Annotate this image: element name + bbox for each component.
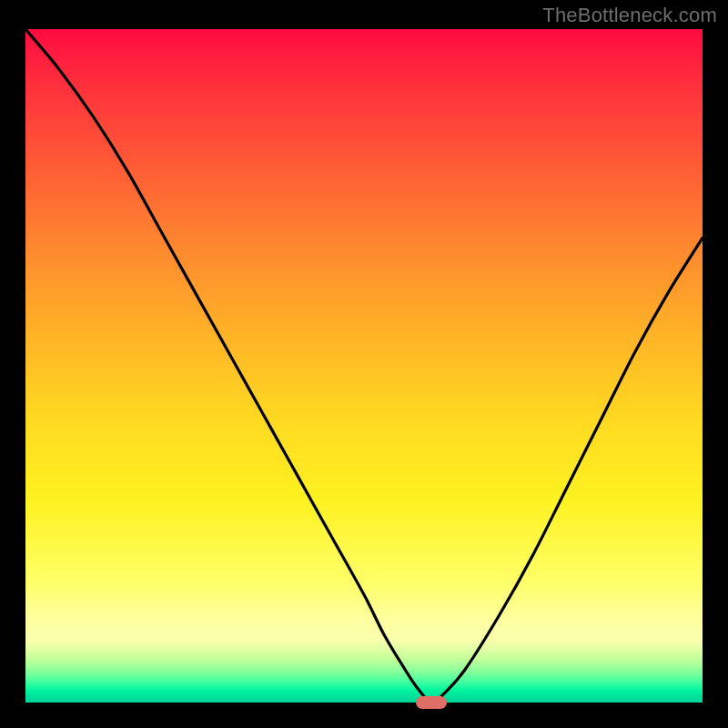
plot-area — [25, 29, 703, 703]
bottleneck-curve — [25, 29, 703, 703]
minimum-marker — [416, 696, 447, 709]
chart-frame: TheBottleneck.com — [0, 0, 728, 728]
watermark-text: TheBottleneck.com — [542, 4, 717, 27]
